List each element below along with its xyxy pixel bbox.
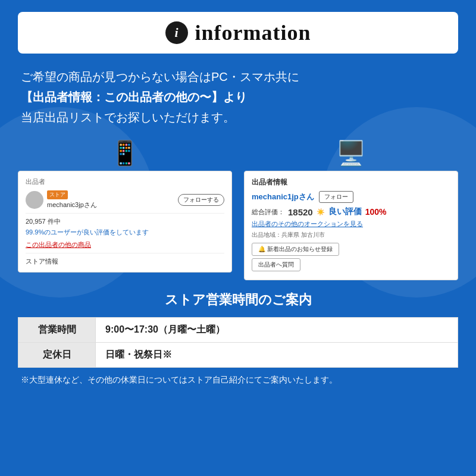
closed-days-value: 日曜・祝祭日※ xyxy=(96,343,458,368)
sun-icon: ☀️ xyxy=(317,208,325,216)
mobile-count: 20,957 件中 xyxy=(26,217,224,226)
pc-seller-link[interactable]: 出品者のその他のオークションを見る xyxy=(252,220,450,228)
mobile-rating: 99.9%のユーザーが良い評価をしています xyxy=(26,228,224,237)
info-icon: i xyxy=(165,21,188,44)
pc-seller-row: mechanic1jpさん フォロー xyxy=(252,191,450,203)
pc-screenshot: 出品者情報 mechanic1jpさん フォロー 総合評価： 18520 ☀️ … xyxy=(244,171,458,280)
business-hours-label: 営業時間 xyxy=(18,318,96,343)
pc-card-header: 出品者情報 xyxy=(252,177,450,187)
mobile-seller-row: ストア mechanic3jpさん フォローする xyxy=(26,190,224,209)
store-hours-section: ストア営業時間のご案内 営業時間 9:00〜17:30（月曜〜土曜） 定休日 日 xyxy=(18,291,458,386)
pc-rating-label: 総合評価： xyxy=(252,208,284,217)
computer-icon: 🖥️ xyxy=(336,139,366,167)
store-badge: ストア xyxy=(47,190,68,199)
pc-good-label: 良い評価 xyxy=(328,206,362,217)
mobile-seller-info: ストア mechanic3jpさん xyxy=(47,190,97,209)
pc-seller-name: mechanic1jpさん xyxy=(252,192,314,202)
pc-column: 🖥️ 出品者情報 mechanic1jpさん フォロー 総合評価： 18520 … xyxy=(244,139,458,280)
header-box: i information xyxy=(18,12,458,54)
smartphone-icon: 📱 xyxy=(110,139,140,167)
table-row: 定休日 日曜・祝祭日※ xyxy=(18,343,458,368)
table-row: 営業時間 9:00〜17:30（月曜〜土曜） xyxy=(18,318,458,343)
description-line3: 当店出品リストでお探しいただけます。 xyxy=(21,107,455,127)
hours-table: 営業時間 9:00〜17:30（月曜〜土曜） 定休日 日曜・祝祭日※ xyxy=(18,317,458,368)
mobile-screenshot: 出品者 ストア mechanic3jpさん フォローする 20,957 件中 9… xyxy=(18,171,232,273)
mobile-card-header: 出品者 xyxy=(26,177,224,186)
pc-location: 出品地域：兵庫県 加古川市 xyxy=(252,231,450,239)
description-block: ご希望の商品が見つからない場合はPC・スマホ共に 【出品者情報：この出品者の他の… xyxy=(18,67,458,127)
mobile-column: 📱 出品者 ストア mechanic3jpさん フォローする 20,957 件中… xyxy=(18,139,232,273)
description-line2: 【出品者情報：この出品者の他の〜】より xyxy=(21,87,455,107)
pc-follow-button[interactable]: フォロー xyxy=(319,191,353,203)
description-line1: ご希望の商品が見つからない場合はPC・スマホ共に xyxy=(21,67,455,87)
avatar xyxy=(26,191,43,209)
pc-rating-num: 18520 xyxy=(288,207,313,217)
mobile-store-info: ストア情報 xyxy=(26,257,224,266)
mobile-seller-name: mechanic3jpさん xyxy=(47,201,97,209)
pc-good-percent: 100% xyxy=(365,207,387,217)
store-hours-title: ストア営業時間のご案内 xyxy=(18,291,458,309)
pc-rating-row: 総合評価： 18520 ☀️ 良い評価 100% xyxy=(252,206,450,217)
closed-days-label: 定休日 xyxy=(18,343,96,368)
mobile-follow-button[interactable]: フォローする xyxy=(178,194,224,206)
footnote: ※大型連休など、その他の休業日についてはストア自己紹介にてご案内いたします。 xyxy=(18,375,458,386)
header-title: information xyxy=(195,20,311,45)
business-hours-value: 9:00〜17:30（月曜〜土曜） xyxy=(96,318,458,343)
pc-question-button[interactable]: 出品者へ質問 xyxy=(252,258,300,271)
pc-notify-button[interactable]: 🔔 新着出品のお知らせ登録 xyxy=(252,243,339,256)
mobile-seller-link[interactable]: この出品者の他の商品 xyxy=(26,240,224,249)
screenshots-row: 📱 出品者 ストア mechanic3jpさん フォローする 20,957 件中… xyxy=(18,139,458,280)
